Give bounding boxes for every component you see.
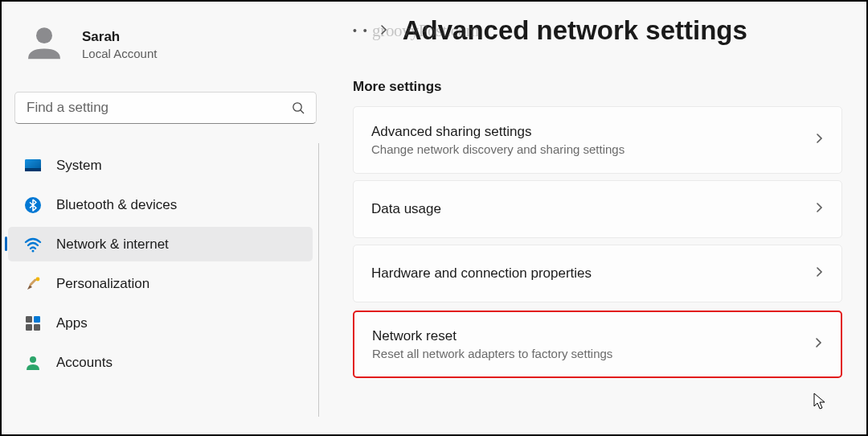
card-title: Advanced sharing settings [371,124,816,140]
nav-list: System Bluetooth & devices Network & int… [2,143,319,385]
sidebar-item-bluetooth[interactable]: Bluetooth & devices [8,187,313,222]
system-icon [24,157,42,175]
card-title: Data usage [371,201,816,217]
card-sub: Reset all network adapters to factory se… [372,347,815,360]
bluetooth-icon [24,196,42,214]
wifi-icon [24,236,42,253]
sidebar-item-label: Accounts [56,355,113,371]
chevron-right-icon [815,337,823,352]
card-title: Hardware and connection properties [371,265,816,282]
user-profile[interactable]: Sarah Local Account [2,14,319,77]
chevron-right-icon [816,202,824,216]
svg-point-0 [36,27,52,43]
sidebar-item-apps[interactable]: Apps [8,306,313,340]
apps-icon [24,315,42,332]
svg-rect-10 [26,316,32,323]
watermark: groovyPost.com [372,21,479,41]
card-data-usage[interactable]: Data usage [353,180,842,238]
svg-line-2 [301,110,304,113]
sidebar-item-label: Bluetooth & devices [56,197,177,213]
sidebar: Sarah Local Account System [2,2,319,434]
card-title: Network reset [372,328,815,344]
avatar-icon [21,21,68,68]
svg-point-9 [36,277,40,281]
card-sub: Change network discovery and sharing set… [371,142,816,156]
chevron-right-icon [816,133,824,147]
sidebar-item-label: System [56,158,102,174]
sidebar-item-personalization[interactable]: Personalization [8,266,313,301]
card-hardware-properties[interactable]: Hardware and connection properties [353,245,842,302]
main-content: groovyPost.com • • Advanced network sett… [319,2,866,434]
svg-rect-11 [34,316,40,323]
user-sub: Local Account [82,47,157,60]
user-name: Sarah [82,29,157,45]
sidebar-item-label: Network & internet [56,237,169,253]
search-icon [292,101,305,114]
sidebar-item-accounts[interactable]: Accounts [8,345,313,380]
sidebar-item-label: Personalization [56,276,149,292]
svg-rect-5 [25,168,41,171]
sidebar-item-network[interactable]: Network & internet [8,227,313,261]
search-input[interactable] [27,100,292,116]
sidebar-item-label: Apps [56,315,88,331]
svg-point-7 [32,249,35,252]
cursor-icon [813,393,826,410]
accounts-icon [24,354,42,372]
card-network-reset[interactable]: Network reset Reset all network adapters… [353,311,842,378]
paintbrush-icon [24,275,42,293]
sidebar-item-system[interactable]: System [8,148,313,183]
breadcrumb-more-icon[interactable]: • • [353,24,372,37]
chevron-right-icon [816,266,824,281]
svg-rect-13 [34,324,40,331]
svg-point-14 [30,356,36,363]
svg-rect-12 [26,324,32,331]
svg-point-1 [293,103,301,111]
svg-rect-8 [29,278,37,286]
section-heading: More settings [353,79,842,95]
search-box[interactable] [14,92,317,124]
card-advanced-sharing[interactable]: Advanced sharing settings Change network… [353,106,842,174]
